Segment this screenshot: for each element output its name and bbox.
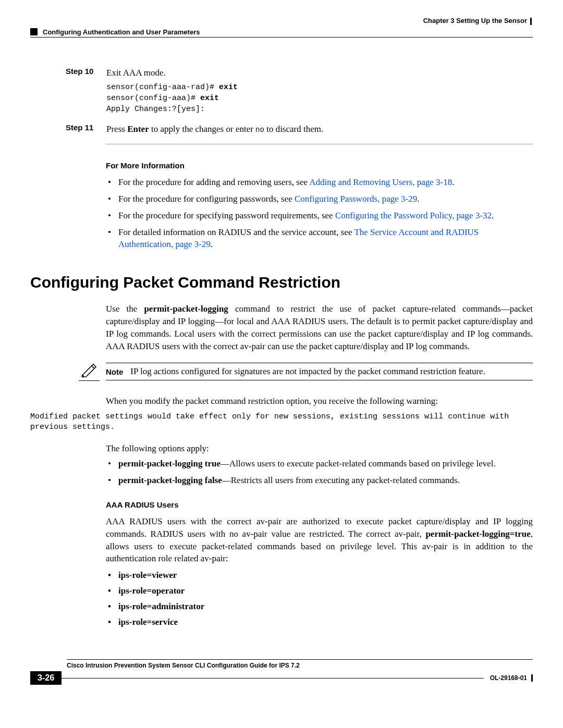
step-text: Exit AAA mode. [106,68,166,78]
section-heading: Configuring Authentication and User Para… [30,28,533,36]
warning-output: Modified packet settings would take effe… [30,412,533,433]
list-item: ips-role=administrator [106,600,533,613]
list-item: For the procedure for specifying passwor… [106,209,533,222]
step-label: Step 11 [30,123,106,135]
link-password-policy[interactable]: Configuring the Password Policy, page 3-… [335,211,492,220]
aaa-paragraph: AAA RADIUS users with the correct av-pai… [106,515,533,565]
pencil-icon [80,363,98,379]
list-item: For detailed information on RADIUS and t… [106,226,533,251]
modify-line: When you modify the packet command restr… [106,395,533,408]
step-10: Step 10 Exit AAA mode. sensor(config-aaa… [30,67,533,115]
more-info-heading: For More Information [106,160,533,171]
footer-title: Cisco Intrusion Prevention System Sensor… [67,659,533,669]
roles-list: ips-role=viewer ips-role=operator ips-ro… [106,569,533,628]
note-block: Note IP log actions configured for signa… [30,363,533,384]
doc-id: OL-29168-01 [490,674,527,682]
page-footer: Cisco Intrusion Prevention System Sensor… [30,659,533,685]
link-configuring-passwords[interactable]: Configuring Passwords, page 3-29 [295,194,417,204]
list-item: ips-role=service [106,616,533,628]
list-item: For the procedure for configuring passwo… [106,193,533,205]
note-text: IP log actions configured for signatures… [130,366,485,377]
options-heading: The following options apply: [106,442,533,455]
intro-paragraph: Use the permit-packet-logging command to… [106,303,533,352]
cli-block: sensor(config-aaa-rad)# exit sensor(conf… [106,82,533,115]
note-label: Note [106,366,123,377]
list-item: For the procedure for adding and removin… [106,176,533,189]
list-item: ips-role=operator [106,585,533,597]
list-item: permit-packet-logging false—Restricts al… [106,474,533,487]
more-info-list: For the procedure for adding and removin… [106,176,533,251]
options-list: permit-packet-logging true—Allows users … [106,458,533,487]
step-11: Step 11 Press Enter to apply the changes… [30,123,533,135]
list-item: permit-packet-logging true—Allows users … [106,458,533,470]
page-number: 3-26 [30,671,62,685]
section-title: Configuring Packet Command Restriction [30,274,533,291]
step-label: Step 10 [30,67,106,115]
link-adding-users[interactable]: Adding and Removing Users, page 3-18 [309,177,452,187]
aaa-users-heading: AAA RADIUS Users [106,499,533,510]
chapter-heading: Chapter 3 Setting Up the Sensor [30,17,532,25]
list-item: ips-role=viewer [106,569,533,582]
